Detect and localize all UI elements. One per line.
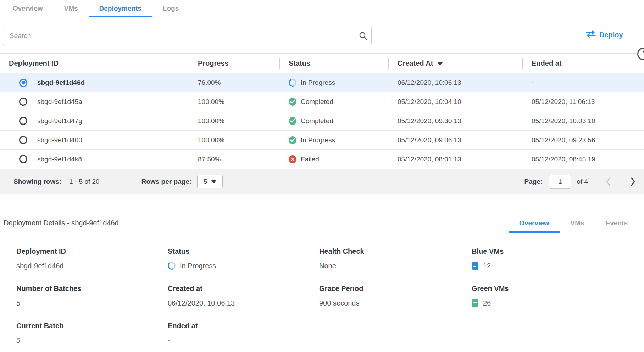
- created-at-value: 05/12/2020, 09:30:13: [388, 117, 522, 125]
- details-title: Deployment Details - sbgd-9ef1d46d: [4, 219, 119, 227]
- table-row[interactable]: sbgd-9ef1d400 100.00% In Progress 05/12/…: [0, 131, 644, 150]
- tab-overview[interactable]: Overview: [2, 0, 54, 17]
- table-row[interactable]: sbgd-9ef1d4k8 87.50% Failed 05/12/2020, …: [0, 150, 644, 169]
- field-status: Status In Progress: [168, 247, 319, 270]
- details-tab-vms[interactable]: VMs: [560, 213, 595, 233]
- progress-value: 76.00%: [189, 79, 279, 87]
- search-box: [3, 27, 372, 45]
- search-icon[interactable]: [355, 31, 371, 40]
- field-number-of-batches: Number of Batches 5: [16, 285, 168, 308]
- completed-check-icon: [289, 117, 296, 125]
- table-footer: Showing rows: 1 - 5 of 20 Rows per page:…: [0, 169, 644, 194]
- ended-at-value: -: [522, 79, 644, 87]
- deploy-button-label: Deploy: [599, 31, 623, 39]
- details-header: Deployment Details - sbgd-9ef1d46d Overv…: [0, 213, 644, 233]
- progress-value: 100.00%: [189, 98, 279, 106]
- toolbar: Deploy: [0, 17, 644, 53]
- blue-vm-icon: [472, 261, 479, 270]
- created-at-value: 05/12/2020, 08:01:13: [388, 155, 522, 163]
- progress-value: 100.00%: [189, 136, 279, 144]
- main-tabs: Overview VMs Deployments Logs: [0, 0, 644, 17]
- rows-per-page-select[interactable]: 5: [197, 175, 223, 188]
- status-label: In Progress: [301, 79, 335, 87]
- previous-page-button[interactable]: [605, 177, 611, 186]
- ended-at-value: 05/12/2020, 09:23:56: [522, 136, 644, 144]
- completed-check-icon: [289, 136, 296, 144]
- table-row[interactable]: sbgd-9ef1d45a 100.00% Completed 05/12/20…: [0, 92, 644, 111]
- created-at-value: 06/12/2020, 10:06:13: [388, 79, 522, 87]
- pagination: Page: of 4: [524, 169, 644, 194]
- details-tab-overview[interactable]: Overview: [509, 213, 560, 233]
- tab-logs[interactable]: Logs: [152, 0, 189, 17]
- field-blue-vms: Blue VMs 12: [472, 247, 644, 270]
- status-label: In Progress: [301, 136, 335, 144]
- progress-value: 100.00%: [189, 117, 279, 125]
- failed-x-icon: [289, 155, 296, 163]
- column-header-progress[interactable]: Progress: [189, 54, 279, 73]
- column-header-deployment-id[interactable]: Deployment ID: [0, 54, 189, 73]
- field-created-at: Created at 06/12/2020, 10:06:13: [168, 285, 319, 308]
- tab-deployments[interactable]: Deployments: [89, 0, 152, 17]
- created-at-value: 05/12/2020, 09:06:13: [388, 136, 522, 144]
- table-header: Deployment ID Progress Status Created At…: [0, 53, 644, 73]
- rows-per-page-value: 5: [204, 178, 207, 186]
- deployment-id: sbgd-9ef1d46d: [37, 79, 85, 87]
- field-deployment-id: Deployment ID sbgd-9ef1d46d: [16, 247, 168, 270]
- rows-per-page-label: Rows per page:: [141, 178, 191, 186]
- deployment-id: sbgd-9ef1d45a: [37, 98, 82, 106]
- row-radio[interactable]: [19, 155, 27, 163]
- in-progress-spinner-icon: [167, 261, 177, 271]
- progress-value: 87.50%: [189, 155, 279, 163]
- created-at-value: 05/12/2020, 10:04:10: [388, 98, 522, 106]
- tab-vms[interactable]: VMs: [54, 0, 89, 17]
- ended-at-value: 05/12/2020, 10:03:10: [522, 117, 644, 125]
- details-grid: Deployment ID sbgd-9ef1d46d Status In Pr…: [0, 233, 644, 345]
- sort-desc-icon[interactable]: [437, 62, 443, 66]
- table-row[interactable]: sbgd-9ef1d47g 100.00% Completed 05/12/20…: [0, 111, 644, 131]
- field-green-vms: Green VMs 26: [472, 285, 644, 308]
- details-tab-events[interactable]: Events: [595, 213, 638, 233]
- field-health-check: Health Check None: [319, 247, 472, 270]
- showing-rows-label: Showing rows:: [13, 178, 61, 186]
- deployment-id: sbgd-9ef1d400: [37, 136, 82, 144]
- row-radio-selected[interactable]: [19, 79, 27, 87]
- deployments-page: Overview VMs Deployments Logs Deploy: [0, 0, 644, 352]
- row-radio[interactable]: [19, 117, 27, 125]
- showing-rows-value: 1 - 5 of 20: [69, 178, 100, 186]
- swap-arrows-icon: [586, 30, 596, 40]
- deployment-id: sbgd-9ef1d4k8: [37, 155, 82, 163]
- status-label: Completed: [301, 117, 333, 125]
- column-header-status[interactable]: Status: [279, 54, 388, 73]
- chevron-down-icon: [211, 180, 216, 183]
- completed-check-icon: [289, 98, 296, 106]
- field-current-batch: Current Batch 5: [16, 322, 168, 345]
- ended-at-value: 05/12/2020, 08:45:19: [522, 155, 644, 163]
- page-total: of 4: [577, 178, 588, 186]
- column-header-created-at[interactable]: Created At: [388, 54, 522, 73]
- field-grace-period: Grace Period 900 seconds: [319, 285, 472, 308]
- ended-at-value: 05/12/2020, 11:06:13: [522, 98, 644, 106]
- search-input[interactable]: [3, 32, 355, 40]
- column-header-ended-at[interactable]: Ended at: [522, 54, 644, 73]
- row-radio[interactable]: [19, 98, 27, 106]
- row-radio[interactable]: [19, 136, 27, 144]
- status-label: Failed: [301, 155, 319, 163]
- details-tabs: Overview VMs Events: [509, 213, 638, 233]
- next-page-button[interactable]: [630, 177, 636, 186]
- green-vm-icon: [472, 298, 479, 308]
- field-ended-at: Ended at -: [168, 322, 319, 345]
- in-progress-spinner-icon: [288, 78, 298, 88]
- page-label: Page:: [524, 178, 543, 186]
- page-number-input[interactable]: [549, 175, 571, 189]
- deploy-button[interactable]: Deploy: [586, 30, 623, 40]
- table-row[interactable]: sbgd-9ef1d46d 76.00% In Progress 06/12/2…: [0, 73, 644, 92]
- deployment-id: sbgd-9ef1d47g: [37, 117, 82, 125]
- status-label: Completed: [301, 98, 333, 106]
